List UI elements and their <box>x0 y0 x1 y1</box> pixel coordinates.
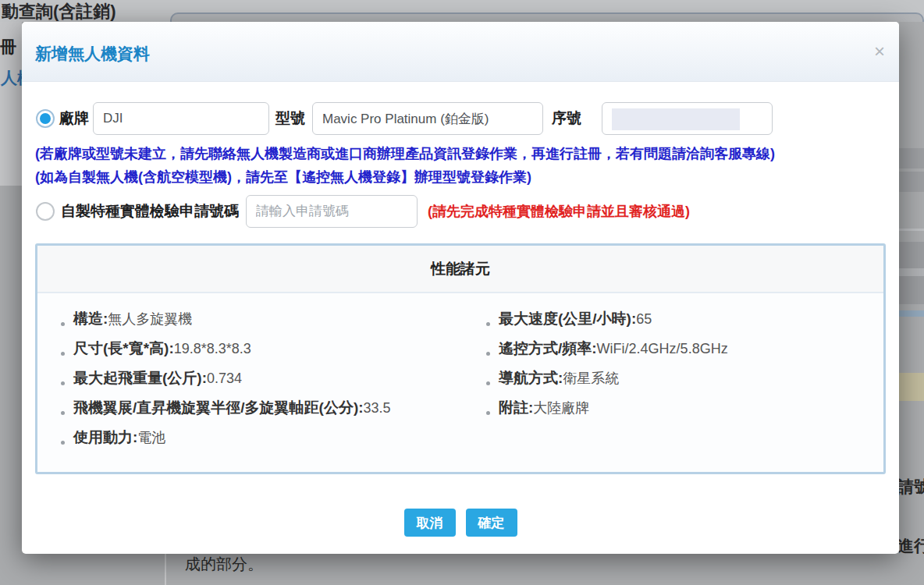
serial-input[interactable] <box>602 102 773 135</box>
spec-item: 飛機翼展/直昇機旋翼半徑/多旋翼軸距(公分):33.5 <box>61 398 486 427</box>
bullet-icon <box>486 322 490 326</box>
bullet-icon <box>61 352 65 356</box>
spec-item: 尺寸(長*寬*高):19.8*8.3*8.3 <box>61 339 486 368</box>
spec-value: 33.5 <box>364 400 391 417</box>
special-inspection-input[interactable] <box>246 195 418 228</box>
background-text-fragment: 請號 <box>899 476 924 498</box>
background-vertical-divider <box>165 554 166 585</box>
specs-right-column: 最大速度(公里/小時):65 遙控方式/頻率:WiFi/2.4GHz/5.8GH… <box>486 309 728 457</box>
brand-input[interactable] <box>93 102 269 135</box>
background-tab-title: 動查詢(含註銷) <box>2 0 116 22</box>
bullet-icon <box>486 411 490 415</box>
serial-label: 序號 <box>552 102 581 135</box>
background-register-fragment: 冊 <box>0 36 16 58</box>
performance-specs-panel: 性能諸元 構造:無人多旋翼機 尺寸(長*寬*高):19.8*8.3*8.3 最大… <box>35 243 886 474</box>
background-right-strip: 請號 進行 <box>899 22 924 554</box>
spec-label: 飛機翼展/直昇機旋翼半徑/多旋翼軸距(公分): <box>73 398 364 418</box>
background-nav-fragment: 人機 <box>1 67 22 89</box>
background-text-fragment: 進行 <box>899 535 924 554</box>
spec-label: 構造: <box>73 309 108 329</box>
close-icon[interactable]: × <box>874 42 885 61</box>
modal-title: 新增無人機資料 <box>35 43 150 65</box>
serial-redacted-value <box>612 108 740 130</box>
model-input[interactable] <box>312 102 543 135</box>
spec-item: 導航方式:衛星系統 <box>486 368 728 398</box>
special-inspection-warning: (請先完成特種實體檢驗申請並且審核通過) <box>428 195 690 228</box>
spec-label: 尺寸(長*寬*高): <box>73 339 174 359</box>
specs-panel-body: 構造:無人多旋翼機 尺寸(長*寬*高):19.8*8.3*8.3 最大起飛重量(… <box>37 293 883 457</box>
specs-left-column: 構造:無人多旋翼機 尺寸(長*寬*高):19.8*8.3*8.3 最大起飛重量(… <box>61 309 486 457</box>
spec-value: WiFi/2.4GHz/5.8GHz <box>597 341 728 357</box>
add-drone-modal: 新增無人機資料 × 廠牌 型號 序號 (若廠牌或型號未建立，請先聯絡無人機製造商… <box>22 22 899 554</box>
spec-value: 衛星系統 <box>563 369 619 388</box>
confirm-button[interactable]: 確定 <box>466 509 517 537</box>
background-left-strip: 冊 人機 <box>0 22 22 554</box>
bullet-icon <box>486 352 490 356</box>
radio-dot <box>40 113 51 124</box>
spec-label: 遙控方式/頻率: <box>499 339 597 359</box>
spec-label: 附註: <box>499 398 533 418</box>
spec-label: 導航方式: <box>499 368 563 388</box>
special-inspection-radio[interactable] <box>36 202 55 221</box>
background-row-band <box>899 148 924 168</box>
brand-model-serial-row: 廠牌 型號 序號 <box>22 102 899 135</box>
spec-label: 最大速度(公里/小時): <box>499 309 636 329</box>
spec-value: 電池 <box>137 428 165 447</box>
background-blue-line <box>899 310 924 317</box>
spec-item: 最大起飛重量(公斤):0.734 <box>61 368 486 398</box>
spec-label: 使用動力: <box>73 427 137 448</box>
special-inspection-row: 自製特種實體檢驗申請號碼 (請先完成特種實體檢驗申請並且審核通過) <box>22 195 899 228</box>
background-bottom-strip: 成的部分。 <box>0 554 924 585</box>
spec-item: 最大速度(公里/小時):65 <box>486 309 728 339</box>
spec-value: 19.8*8.3*8.3 <box>174 341 251 357</box>
spec-value: 0.734 <box>207 370 242 387</box>
bullet-icon <box>61 322 65 326</box>
background-tan-band <box>899 373 924 401</box>
spec-value: 65 <box>636 311 652 328</box>
spec-value: 大陸廠牌 <box>533 399 589 417</box>
spec-item: 附註:大陸廠牌 <box>486 398 728 427</box>
brand-radio[interactable] <box>36 109 55 128</box>
spec-label: 最大起飛重量(公斤): <box>73 368 207 388</box>
brand-hint-line1: (若廠牌或型號未建立，請先聯絡無人機製造商或進口商辦理產品資訊登錄作業，再進行註… <box>35 144 775 163</box>
brand-label: 廠牌 <box>59 102 89 135</box>
cancel-button[interactable]: 取消 <box>404 509 456 537</box>
spec-item: 構造:無人多旋翼機 <box>61 309 486 339</box>
spec-item: 遙控方式/頻率:WiFi/2.4GHz/5.8GHz <box>486 339 728 368</box>
bullet-icon <box>61 411 65 415</box>
bullet-icon <box>486 381 490 385</box>
bullet-icon <box>61 381 65 385</box>
background-bottom-text: 成的部分。 <box>185 554 263 575</box>
background-row-band <box>899 276 924 304</box>
model-label: 型號 <box>275 102 305 135</box>
bullet-icon <box>61 441 65 445</box>
spec-item: 使用動力:電池 <box>61 427 486 457</box>
spec-value: 無人多旋翼機 <box>108 310 192 328</box>
modal-header: 新增無人機資料 × <box>22 22 899 82</box>
background-divider <box>899 229 924 231</box>
background-row-band <box>899 172 924 192</box>
specs-panel-title: 性能諸元 <box>37 246 883 293</box>
special-inspection-label: 自製特種實體檢驗申請號碼 <box>61 195 239 228</box>
background-row-gap <box>899 268 924 276</box>
modal-footer: 取消 確定 <box>22 509 899 537</box>
brand-hint-line2: (如為自製無人機(含航空模型機)，請先至【遙控無人機登錄】辦理型號登錄作業) <box>35 168 531 186</box>
background-row-band <box>899 242 924 268</box>
